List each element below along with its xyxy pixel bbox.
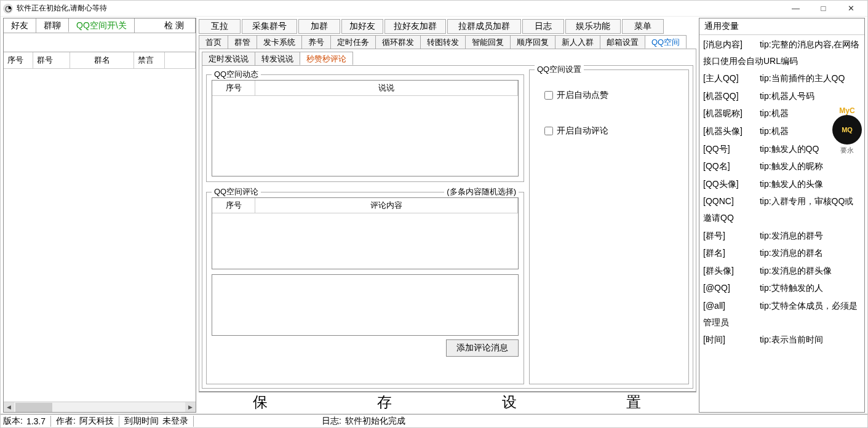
- statusbar: 版本: 1.3.7 作者: 阿天科技 到期时间 未登录 日志: 软件初始化完成: [1, 414, 867, 427]
- nav-smart-reply[interactable]: 智能回复: [465, 35, 511, 49]
- minimize-button[interactable]: —: [782, 1, 810, 17]
- scroll-left-icon[interactable]: ◀: [4, 402, 14, 413]
- maximize-button[interactable]: □: [810, 1, 837, 17]
- nav-qqzone[interactable]: QQ空间: [645, 35, 687, 49]
- group-dynamic: QQ空间动态 序号 说说: [206, 74, 524, 182]
- btn-add-friend[interactable]: 加好友: [341, 19, 383, 34]
- center-panel: 互拉 采集群号 加群 加好友 拉好友加群 拉群成员加群 日志 娱乐功能 菜单 首…: [199, 18, 696, 413]
- author-label: 作者:: [56, 416, 76, 427]
- col-mute[interactable]: 禁言: [134, 52, 165, 68]
- subtab-like-comment[interactable]: 秒赞秒评论: [300, 52, 353, 65]
- version-value: 1.3.7: [26, 416, 46, 426]
- right-panel-title: 通用变量: [699, 18, 864, 35]
- subtab-schedule-post[interactable]: 定时发说说: [202, 52, 255, 65]
- titlebar: ◔ 软件正在初始化,请耐心等待 — □ ✕: [1, 1, 867, 17]
- var-item[interactable]: [@all] tip:艾特全体成员，必须是管理员: [703, 298, 861, 330]
- chk-auto-comment-box[interactable]: [544, 127, 553, 135]
- close-button[interactable]: ✕: [837, 1, 865, 17]
- btn-menu[interactable]: 菜单: [622, 19, 664, 34]
- btn-pull-friend-group[interactable]: 拉好友加群: [384, 19, 446, 34]
- var-item[interactable]: [QQNC] tip:入群专用，审核QQ或邀请QQ: [703, 193, 861, 226]
- group-comment: QQ空间评论 (多条内容随机选择) 序号 评论内容 添加评论消息: [206, 192, 524, 384]
- var-item[interactable]: [主人QQ] tip:当前插件的主人QQ: [703, 70, 861, 87]
- variable-list[interactable]: [消息内容] tip:完整的消息内容,在网络接口使用会自动URL编码[主人QQ]…: [699, 35, 864, 412]
- chk-auto-like[interactable]: 开启自动点赞: [544, 90, 679, 101]
- group-comment-note: (多条内容随机选择): [444, 186, 519, 197]
- add-comment-button[interactable]: 添加评论消息: [446, 339, 519, 357]
- comment-grid-body[interactable]: [212, 213, 518, 269]
- tab-detect[interactable]: 检 测: [153, 18, 196, 33]
- comment-grid[interactable]: 序号 评论内容: [212, 197, 519, 269]
- nav-newcomer[interactable]: 新人入群: [555, 35, 600, 49]
- comment-input[interactable]: [212, 274, 519, 336]
- settings-title: QQ空间设置: [535, 64, 584, 75]
- var-item[interactable]: [QQ头像] tip:触发人的头像: [703, 176, 861, 192]
- scroll-thumb[interactable]: [15, 403, 52, 412]
- dyn-col-seq[interactable]: 序号: [212, 81, 255, 95]
- btn-entertainment[interactable]: 娱乐功能: [565, 19, 621, 34]
- author-value: 阿天科技: [79, 416, 114, 427]
- scroll-right-icon[interactable]: ▶: [185, 402, 196, 413]
- chk-auto-like-box[interactable]: [544, 91, 553, 100]
- expiry-label: 到期时间: [124, 416, 159, 427]
- nav-content: 定时发说说 转发说说 秒赞秒评论 QQ空间动态 序号 说说: [199, 49, 696, 392]
- tab-friends[interactable]: 好友: [4, 18, 36, 33]
- col-seq[interactable]: 序号: [4, 52, 33, 68]
- log-label: 日志:: [322, 416, 341, 427]
- var-item[interactable]: [群头像] tip:发消息的群头像: [703, 263, 861, 279]
- group-comment-title: QQ空间评论: [212, 186, 261, 197]
- float-badge[interactable]: MyC MQ 要永: [826, 106, 868, 155]
- nav-loopmass[interactable]: 循环群发: [375, 35, 421, 49]
- btn-pull-member-group[interactable]: 拉群成员加群: [447, 19, 521, 34]
- group-table: 序号 群号 群名 禁言 ◀ ▶: [4, 52, 196, 412]
- nav-seq-reply[interactable]: 顺序回复: [510, 35, 555, 49]
- chk-auto-comment[interactable]: 开启自动评论: [544, 125, 679, 137]
- nav-home[interactable]: 首页: [199, 35, 228, 49]
- app-icon: ◔: [3, 4, 13, 14]
- group-table-body[interactable]: [4, 69, 196, 402]
- var-item[interactable]: [@QQ] tip:艾特触发的人: [703, 280, 861, 296]
- dynamic-grid[interactable]: 序号 说说: [212, 80, 519, 176]
- col-extra[interactable]: [165, 52, 196, 68]
- left-tabs: 好友 群聊 QQ空间开\关 检 测: [4, 18, 196, 33]
- sub-tabs: 定时发说说 转发说说 秒赞秒评论: [202, 52, 693, 65]
- nav-groupmgr[interactable]: 群管: [228, 35, 257, 49]
- tab-qqzone-toggle[interactable]: QQ空间开\关: [69, 18, 135, 33]
- badge-sub: 要永: [826, 146, 868, 155]
- badge-title: MyC: [826, 106, 868, 115]
- nav-forward-img[interactable]: 转图转发: [420, 35, 466, 49]
- btn-log[interactable]: 日志: [522, 19, 564, 34]
- expiry-value: 未登录: [162, 416, 188, 427]
- col-groupid[interactable]: 群号: [33, 52, 70, 68]
- save-settings-button[interactable]: 保 存 设 置: [199, 392, 696, 413]
- penguin-icon: MQ: [832, 115, 862, 145]
- var-item[interactable]: [消息内容] tip:完整的消息内容,在网络接口使用会自动URL编码: [703, 36, 861, 69]
- dyn-col-text[interactable]: 说说: [255, 81, 518, 95]
- dynamic-grid-body[interactable]: [212, 96, 518, 176]
- var-item[interactable]: [机器QQ] tip:机器人号码: [703, 88, 861, 105]
- window-title: 软件正在初始化,请耐心等待: [17, 3, 782, 14]
- nav-raise[interactable]: 养号: [301, 35, 331, 49]
- cmt-col-text[interactable]: 评论内容: [255, 198, 518, 213]
- cmt-col-seq[interactable]: 序号: [212, 198, 255, 213]
- btn-mutual-pull[interactable]: 互拉: [199, 19, 241, 34]
- col-groupname[interactable]: 群名: [70, 52, 134, 68]
- tab-groupchat[interactable]: 群聊: [36, 18, 69, 33]
- log-value: 软件初始化完成: [345, 416, 405, 427]
- btn-add-group[interactable]: 加群: [298, 19, 340, 34]
- version-label: 版本:: [3, 416, 23, 427]
- right-panel: 通用变量 [消息内容] tip:完整的消息内容,在网络接口使用会自动URL编码[…: [699, 18, 865, 413]
- qqzone-settings: QQ空间设置 开启自动点赞 开启自动评论: [529, 69, 689, 384]
- subtab-forward-post[interactable]: 转发说说: [255, 52, 300, 65]
- nav-schedule[interactable]: 定时任务: [330, 35, 376, 49]
- var-item[interactable]: [QQ名] tip:触发人的昵称: [703, 158, 861, 175]
- btn-collect-group[interactable]: 采集群号: [242, 19, 297, 34]
- var-item[interactable]: [群名] tip:发消息的群名: [703, 245, 861, 261]
- group-dynamic-title: QQ空间动态: [212, 69, 261, 80]
- subtab-content: QQ空间动态 序号 说说 QQ空间评论 (多条内容随机选择): [202, 65, 693, 389]
- nav-cardsys[interactable]: 发卡系统: [257, 35, 302, 49]
- horizontal-scrollbar[interactable]: ◀ ▶: [4, 402, 196, 412]
- nav-mail[interactable]: 邮箱设置: [600, 35, 645, 49]
- var-item[interactable]: [时间] tip:表示当前时间: [703, 331, 861, 348]
- var-item[interactable]: [群号] tip:发消息的群号: [703, 228, 861, 244]
